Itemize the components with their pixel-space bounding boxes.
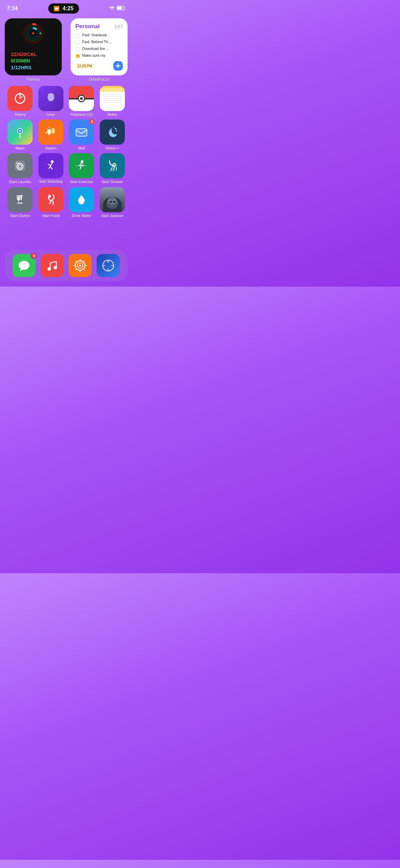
omnifocus-label: OmniFocus	[71, 77, 128, 82]
dock-item-overcast[interactable]	[66, 254, 94, 277]
jackson-icon	[100, 187, 125, 212]
food-icon	[38, 187, 63, 212]
safari-icon: N	[97, 254, 120, 277]
omni-text-2: Fwd: Behind Th…	[82, 39, 112, 44]
omni-item-2: Fwd: Behind Th…	[75, 39, 123, 45]
messages-badge: 4	[31, 252, 37, 259]
svg-point-25	[47, 128, 51, 131]
app-item-pokemon[interactable]: Pokémon GO	[66, 86, 97, 117]
app-item-laundry[interactable]: Start Laundry	[5, 153, 36, 184]
svg-rect-28	[48, 131, 51, 135]
omnifocus-widget[interactable]: Personal 197 Fwd: Yearbook… Fwd: Behind …	[71, 18, 128, 82]
omni-title: Personal	[75, 23, 100, 30]
svg-point-32	[52, 128, 55, 131]
app-grid: Timery Ivory	[0, 85, 132, 219]
svg-line-48	[114, 167, 114, 170]
fitness-label: Fitness	[5, 77, 62, 82]
omni-header: Personal 197	[75, 23, 123, 30]
omni-item-4: 🙂 Make sure my	[75, 53, 123, 58]
maps-label: Maps	[16, 146, 25, 150]
shower-label: Start Shower	[101, 180, 123, 184]
app-item-swarm[interactable]: Swarm	[36, 120, 66, 150]
omni-add-button[interactable]	[113, 61, 123, 71]
app-item-exercise[interactable]: Start Exercise	[66, 153, 97, 184]
status-icons	[109, 5, 126, 12]
jackson-label: Start Jackson	[101, 214, 123, 218]
status-center: ⏪ 4:25	[48, 3, 79, 14]
omni-emoji-4: 🙂	[75, 54, 80, 58]
music-icon	[41, 254, 64, 277]
dock: 4	[5, 250, 128, 281]
omni-text-3: Download the…	[82, 46, 109, 51]
svg-point-36	[116, 130, 117, 132]
activity-rings	[23, 23, 43, 43]
fitness-minutes: 0/30MIN	[11, 57, 56, 64]
water-icon	[69, 187, 94, 212]
app-item-food[interactable]: Start Food	[36, 187, 66, 218]
ivory-icon	[38, 86, 63, 111]
app-item-mail[interactable]: 8 Mail	[66, 120, 97, 150]
omni-text-4: Make sure my	[82, 53, 106, 58]
svg-line-51	[113, 168, 113, 171]
svg-point-35	[115, 128, 116, 130]
svg-line-29	[45, 132, 47, 133]
omni-checkbox-2	[75, 40, 80, 45]
notes-label: Notes	[107, 112, 117, 117]
center-time: 4:25	[63, 5, 74, 12]
dock-item-messages[interactable]: 4	[10, 254, 38, 277]
svg-point-27	[49, 128, 50, 129]
sleep-label: Sleep++	[105, 146, 119, 150]
app-item-notes[interactable]: Notes	[97, 86, 128, 117]
fitness-widget[interactable]: 22/420CAL 0/30MIN 1/12HRS Fitness	[5, 18, 62, 82]
mail-badge: 8	[89, 118, 95, 125]
omni-item-1: Fwd: Yearbook…	[75, 33, 123, 38]
widgets-row: 22/420CAL 0/30MIN 1/12HRS Fitness Person…	[0, 15, 132, 85]
app-item-stretching[interactable]: Start Stretching	[36, 153, 66, 184]
timery-icon	[7, 86, 33, 111]
app-item-sleep[interactable]: Sleep++	[97, 120, 128, 150]
svg-point-43	[18, 162, 19, 164]
svg-rect-21	[52, 94, 54, 96]
svg-point-45	[81, 160, 83, 163]
omni-count: 197	[114, 23, 123, 29]
swarm-label: Swarm	[45, 146, 57, 150]
status-bar: 7:34 ⏪ 4:25	[0, 0, 132, 15]
app-item-ivory[interactable]: Ivory	[36, 86, 66, 117]
svg-point-23	[19, 130, 21, 132]
svg-rect-20	[48, 94, 50, 96]
svg-point-56	[54, 266, 57, 269]
svg-text:N: N	[108, 261, 109, 263]
stretching-label: Start Stretching	[39, 180, 62, 184]
app-item-dishes[interactable]: Start Dishes	[5, 187, 36, 218]
wifi-icon	[109, 5, 115, 12]
dock-item-safari[interactable]: N	[94, 254, 122, 277]
dock-item-music[interactable]	[38, 254, 66, 277]
mail-label: Mail	[78, 146, 85, 150]
app-item-water[interactable]: Drink Water	[66, 187, 97, 218]
app-item-timery[interactable]: Timery	[5, 86, 36, 117]
svg-point-55	[47, 267, 51, 271]
food-label: Start Food	[42, 214, 59, 218]
shower-icon	[100, 153, 125, 178]
sleep-icon	[100, 120, 125, 145]
battery-icon	[117, 5, 126, 12]
app-item-maps[interactable]: Maps	[5, 120, 36, 150]
omni-item-3: Download the…	[75, 46, 123, 52]
svg-point-46	[113, 163, 116, 167]
app-item-shower[interactable]: Start Shower	[97, 153, 128, 184]
svg-rect-1	[117, 7, 122, 10]
overcast-icon	[69, 254, 92, 277]
dishes-label: Start Dishes	[10, 214, 30, 218]
svg-point-42	[16, 162, 17, 164]
svg-point-59	[79, 265, 81, 267]
fitness-hours: 1/12HRS	[11, 64, 56, 71]
svg-rect-33	[76, 129, 87, 136]
maps-icon	[7, 120, 33, 145]
app-item-jackson[interactable]: Start Jackson	[97, 187, 128, 218]
pokemon-label: Pokémon GO	[70, 112, 93, 117]
laundry-icon	[7, 153, 33, 178]
omni-checkbox-3	[75, 47, 80, 52]
fitness-stats: 22/420CAL 0/30MIN 1/12HRS	[9, 51, 57, 71]
laundry-label: Start Laundry	[9, 180, 31, 184]
svg-point-19	[48, 98, 54, 101]
